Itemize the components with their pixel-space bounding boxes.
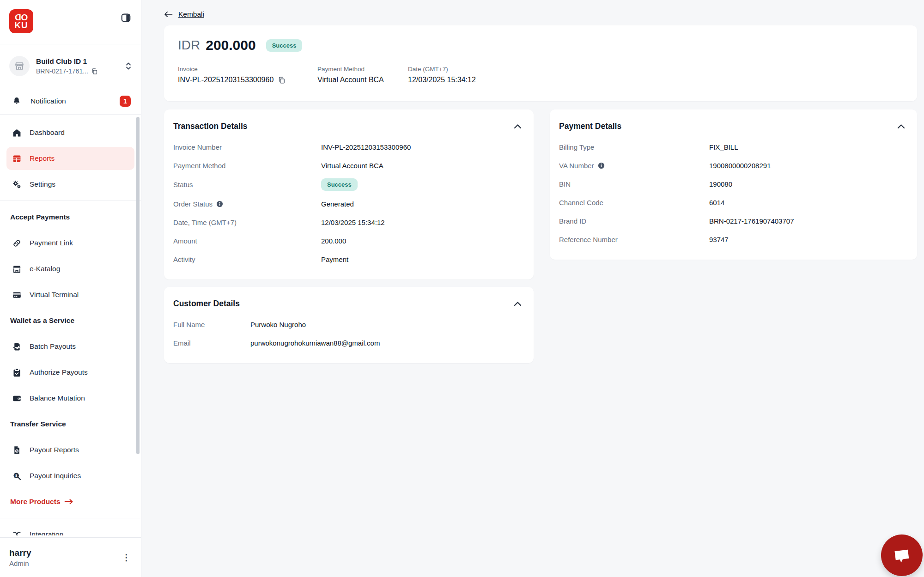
- sidebar-item-label: Payout Inquiries: [30, 472, 81, 480]
- link-icon: [12, 238, 22, 248]
- sidebar-item-virtual-terminal[interactable]: Virtual Terminal: [6, 283, 134, 306]
- sidebar-item-label: Authorize Payouts: [30, 368, 88, 377]
- arrow-left-icon: [164, 11, 173, 18]
- customer-details-card: Customer Details Full Name Purwoko Nugro…: [164, 287, 534, 363]
- sidebar-item-payout-inquiries[interactable]: $ Payout Inquiries: [6, 464, 134, 487]
- sidebar-item-label: Settings: [30, 180, 55, 188]
- sidebar-item-payout-reports[interactable]: $ Payout Reports: [6, 438, 134, 462]
- copy-icon[interactable]: [91, 68, 98, 75]
- detail-row: Brand ID BRN-0217-1761907403707: [559, 212, 908, 230]
- status-badge: Success: [266, 39, 303, 52]
- doku-logo: DO KU: [9, 9, 33, 33]
- detail-row: BIN 190080: [559, 175, 908, 193]
- transaction-summary-card: IDR 200.000 Success Invoice INV-PL-20251…: [164, 25, 917, 101]
- sidebar-item-label: e-Katalog: [30, 265, 60, 273]
- merchant-id: BRN-0217-1761...: [36, 67, 88, 75]
- receipt-dollar-icon: $: [12, 445, 22, 455]
- sidebar-item-label: Payment Link: [30, 239, 73, 247]
- detail-row: Amount 200.000: [173, 231, 524, 250]
- detail-row: Channel Code 6014: [559, 193, 908, 212]
- more-products-label: More Products: [10, 498, 61, 506]
- merchant-info: Build Club ID 1 BRN-0217-1761...: [36, 57, 119, 75]
- detail-row: Reference Number 93747: [559, 230, 908, 249]
- merchant-avatar: [9, 56, 30, 76]
- search-dollar-icon: $: [12, 471, 22, 481]
- divider: [0, 200, 141, 201]
- collapse-sidebar-icon[interactable]: [121, 13, 131, 23]
- detail-row: Payment Method Virtual Account BCA: [173, 156, 524, 175]
- sidebar-item-balance-mutation[interactable]: Balance Mutation: [6, 387, 134, 410]
- doku-dashboard: DO KU Build Club ID 1 BRN-0217-1761...: [0, 0, 924, 577]
- detail-row: Status Success: [173, 175, 524, 194]
- payment-details-card: Payment Details Billing Type FIX_BILL VA…: [550, 109, 917, 260]
- storefront-icon: [14, 61, 25, 72]
- amount-value: 200.000: [206, 37, 255, 53]
- arrow-right-icon: [64, 498, 73, 505]
- clipped-nav-item: Integration: [0, 523, 141, 535]
- back-label: Kembali: [178, 10, 204, 18]
- chevron-up-icon[interactable]: [514, 124, 522, 129]
- status-badge: Success: [321, 178, 358, 191]
- merchant-name: Build Club ID 1: [36, 57, 119, 66]
- chevron-updown-icon[interactable]: [125, 62, 132, 70]
- file-export-icon: [12, 342, 22, 352]
- sidebar-header: DO KU: [0, 0, 141, 44]
- chevron-up-icon[interactable]: [514, 301, 522, 306]
- sidebar-nav: Dashboard Reports Settings Accept Paymen…: [0, 115, 141, 537]
- chat-bubble-icon: [891, 545, 912, 566]
- credit-card-icon: [12, 290, 22, 300]
- sidebar-item-dashboard[interactable]: Dashboard: [6, 121, 134, 144]
- sidebar-item-label: Dashboard: [30, 128, 65, 137]
- summary-field-payment-method: Payment Method Virtual Account BCA: [317, 66, 408, 84]
- main-content: Kembali IDR 200.000 Success Invoice INV-…: [141, 0, 924, 577]
- detail-row: Invoice Number INV-PL-20251203153300960: [173, 138, 524, 156]
- sidebar-scrollbar[interactable]: [136, 117, 140, 454]
- sidebar-item-label: Integration: [30, 530, 63, 535]
- reports-table-icon: [12, 154, 22, 164]
- sidebar-item-reports[interactable]: Reports: [6, 147, 134, 170]
- sidebar-item-settings[interactable]: Settings: [6, 173, 134, 196]
- home-icon: [12, 128, 22, 138]
- storefront-icon: [12, 264, 22, 274]
- user-role: Admin: [9, 559, 31, 567]
- card-title: Customer Details: [173, 299, 240, 309]
- detail-row: Full Name Purwoko Nugroho: [173, 315, 524, 334]
- clipboard-check-icon: [12, 368, 22, 377]
- notification-item[interactable]: Notification 1: [0, 88, 141, 114]
- sidebar-item-integration[interactable]: Integration: [6, 523, 134, 535]
- detail-row: Email purwokonugrohokurniawan88@gmail.co…: [173, 334, 524, 352]
- info-icon[interactable]: [216, 200, 223, 207]
- bell-icon: [12, 97, 21, 106]
- sidebar-item-label: Reports: [30, 154, 55, 163]
- detail-row: Date, Time (GMT+7) 12/03/2025 15:34:12: [173, 213, 524, 231]
- sidebar-item-batch-payouts[interactable]: Batch Payouts: [6, 335, 134, 358]
- merchant-selector[interactable]: Build Club ID 1 BRN-0217-1761...: [0, 44, 141, 88]
- notification-label: Notification: [30, 97, 110, 105]
- invoice-number-value: INV-PL-20251203153300960: [178, 76, 274, 84]
- svg-text:$: $: [15, 473, 18, 477]
- info-icon[interactable]: [598, 162, 605, 169]
- more-products-link[interactable]: More Products: [0, 490, 141, 513]
- sidebar-item-e-katalog[interactable]: e-Katalog: [6, 257, 134, 280]
- section-header-wallet-as-a-service: Wallet as a Service: [0, 309, 141, 332]
- chevron-up-icon[interactable]: [897, 124, 905, 129]
- sidebar-item-label: Batch Payouts: [30, 342, 76, 351]
- back-link[interactable]: Kembali: [164, 10, 204, 18]
- detail-row: VA Number 1900800000208291: [559, 156, 908, 175]
- sidebar-item-label: Balance Mutation: [30, 394, 85, 402]
- user-name: harry: [9, 548, 31, 558]
- sidebar: DO KU Build Club ID 1 BRN-0217-1761...: [0, 0, 141, 577]
- sidebar-item-label: Virtual Terminal: [30, 291, 79, 299]
- sidebar-item-authorize-payouts[interactable]: Authorize Payouts: [6, 361, 134, 384]
- svg-text:$: $: [16, 449, 18, 453]
- detail-row: Order Status Generated: [173, 194, 524, 213]
- sidebar-item-label: Payout Reports: [30, 446, 79, 454]
- copy-icon[interactable]: [278, 76, 286, 84]
- chat-support-button[interactable]: [881, 534, 923, 576]
- summary-field-date: Date (GMT+7) 12/03/2025 15:34:12: [408, 66, 476, 84]
- sidebar-item-payment-link[interactable]: Payment Link: [6, 231, 134, 255]
- section-header-transfer-service: Transfer Service: [0, 413, 141, 436]
- user-menu-kebab-icon[interactable]: ⋮: [122, 556, 131, 559]
- card-title: Transaction Details: [173, 121, 247, 131]
- card-title: Payment Details: [559, 121, 621, 131]
